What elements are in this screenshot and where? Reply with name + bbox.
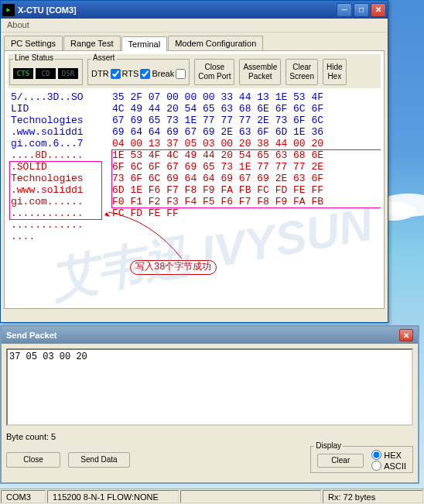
- send-data-input[interactable]: [6, 348, 413, 426]
- menubar: About: [1, 19, 388, 33]
- close-comport-button[interactable]: Close Com Port: [194, 59, 234, 85]
- tab-strip: PC Settings Range Test Terminal Modem Co…: [1, 33, 388, 50]
- line-status-label: Line Status: [13, 53, 55, 62]
- send-close-btn[interactable]: Close: [6, 452, 60, 468]
- send-close-button[interactable]: ✕: [399, 329, 413, 341]
- window-title: X-CTU [COM3]: [18, 5, 77, 15]
- xctu-main-window: ▶ X-CTU [COM3] ─ □ ✕ About PC Settings R…: [0, 0, 388, 323]
- terminal-toolbar: Line Status CTS CD DSR Assert DTR RTS Br…: [8, 54, 381, 88]
- rts-checkbox[interactable]: [140, 69, 150, 79]
- display-label: Display: [314, 441, 343, 450]
- status-port: COM3: [1, 490, 46, 503]
- terminal-hex-area[interactable]: 5/....3D..SOLID Technologies.www.soliddi…: [8, 88, 381, 305]
- status-bar: COM3 115200 8-N-1 FLOW:NONE Rx: 72 bytes: [0, 489, 424, 504]
- titlebar[interactable]: ▶ X-CTU [COM3] ─ □ ✕: [1, 1, 388, 19]
- highlight-box-2: [111, 149, 381, 208]
- app-icon: ▶: [2, 4, 15, 16]
- status-rx: Rx: 72 bytes: [323, 490, 423, 503]
- assert-label: Assert: [91, 53, 116, 62]
- dtr-checkbox[interactable]: [111, 69, 121, 79]
- menu-about[interactable]: About: [7, 20, 29, 29]
- send-data-btn[interactable]: Send Data: [68, 452, 130, 468]
- tab-pc-settings[interactable]: PC Settings: [4, 36, 63, 50]
- hex-radio[interactable]: [371, 450, 381, 460]
- display-group: Display Clear HEX ASCII: [310, 446, 413, 473]
- send-titlebar[interactable]: Send Packet ✕: [2, 327, 418, 344]
- clear-button[interactable]: Clear: [317, 454, 364, 468]
- tab-range-test[interactable]: Range Test: [63, 36, 120, 50]
- led-dsr: DSR: [58, 68, 78, 79]
- status-settings: 115200 8-N-1 FLOW:NONE: [47, 490, 179, 503]
- led-cts: CTS: [13, 68, 33, 79]
- close-button[interactable]: ✕: [371, 3, 386, 17]
- assert-group: Assert DTR RTS Break: [87, 59, 190, 85]
- tab-terminal[interactable]: Terminal: [121, 36, 168, 51]
- byte-count-label: Byte count: 5: [6, 432, 56, 441]
- clear-screen-button[interactable]: Clear Screen: [286, 59, 318, 85]
- status-spacer: [180, 490, 321, 503]
- minimize-button[interactable]: ─: [337, 3, 352, 17]
- break-checkbox[interactable]: [176, 69, 186, 79]
- led-cd: CD: [36, 68, 56, 79]
- assemble-packet-button[interactable]: Assemble Packet: [239, 59, 281, 85]
- hide-hex-button[interactable]: Hide Hex: [323, 59, 347, 85]
- line-status-group: Line Status CTS CD DSR: [9, 59, 83, 85]
- rts-label: RTS: [122, 69, 139, 78]
- dtr-label: DTR: [91, 69, 109, 78]
- break-label: Break: [152, 69, 174, 78]
- maximize-button[interactable]: □: [354, 3, 369, 17]
- send-title-text: Send Packet: [6, 331, 56, 340]
- ascii-radio[interactable]: [371, 461, 381, 471]
- terminal-panel: Line Status CTS CD DSR Assert DTR RTS Br…: [4, 50, 385, 309]
- annotation-bubble: 写入38个字节成功: [130, 260, 217, 275]
- tab-modem-config[interactable]: Modem Configuration: [168, 36, 263, 50]
- highlight-box-3: [9, 161, 102, 220]
- send-packet-window: Send Packet ✕ Byte count: 5 Close Send D…: [0, 325, 419, 484]
